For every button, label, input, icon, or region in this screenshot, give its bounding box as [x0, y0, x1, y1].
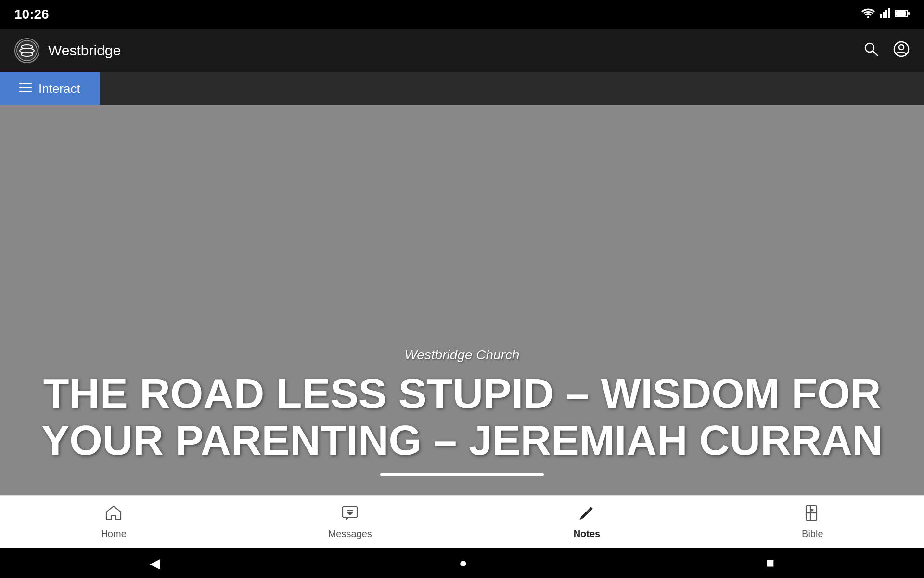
- home-label: Home: [101, 528, 126, 539]
- bible-icon: [804, 504, 821, 525]
- bottom-nav: Home Messages Notes: [0, 495, 924, 548]
- sermon-title: THE ROAD LESS STUPID – WISDOM FOR YOUR P…: [0, 370, 924, 464]
- svg-rect-17: [19, 87, 32, 88]
- home-icon: [105, 504, 122, 525]
- hamburger-icon: [19, 82, 32, 95]
- back-button[interactable]: ◀: [130, 551, 180, 576]
- bible-label: Bible: [802, 528, 823, 539]
- status-time: 10:26: [14, 7, 49, 22]
- main-content: Westbridge Church THE ROAD LESS STUPID –…: [0, 105, 924, 495]
- svg-rect-7: [908, 12, 910, 15]
- church-name: Westbridge Church: [0, 347, 924, 363]
- search-icon[interactable]: [863, 41, 879, 60]
- nav-item-messages[interactable]: Messages: [309, 499, 391, 544]
- svg-rect-4: [888, 8, 890, 18]
- nav-item-notes[interactable]: Notes: [554, 499, 620, 544]
- notes-icon: [578, 504, 595, 525]
- svg-rect-18: [19, 91, 32, 92]
- status-icons: [861, 8, 910, 21]
- scroll-indicator: [380, 473, 544, 476]
- svg-point-0: [867, 16, 869, 18]
- interact-tab-label: Interact: [38, 81, 80, 96]
- app-bar-left: Westbridge: [14, 38, 121, 63]
- svg-point-15: [899, 45, 904, 50]
- interact-tab[interactable]: Interact: [0, 72, 100, 105]
- signal-icon: [880, 8, 890, 21]
- status-bar: 10:26: [0, 0, 924, 29]
- notes-label: Notes: [574, 528, 601, 539]
- home-button[interactable]: ●: [440, 551, 487, 576]
- nav-tabs: Interact: [0, 72, 924, 105]
- svg-rect-2: [883, 12, 885, 18]
- svg-rect-3: [886, 10, 887, 18]
- app-bar: Westbridge: [0, 29, 924, 72]
- battery-icon: [895, 8, 910, 21]
- app-bar-right: [863, 41, 910, 61]
- messages-label: Messages: [328, 528, 372, 539]
- svg-rect-16: [19, 83, 32, 84]
- svg-rect-6: [896, 11, 906, 16]
- svg-point-12: [865, 43, 874, 52]
- messages-icon: [341, 504, 359, 525]
- svg-line-13: [873, 51, 878, 56]
- svg-rect-1: [880, 14, 882, 18]
- recent-button[interactable]: ■: [747, 551, 794, 576]
- nav-item-bible[interactable]: Bible: [783, 499, 842, 544]
- wifi-icon: [861, 8, 875, 21]
- svg-point-22: [349, 513, 350, 514]
- nav-item-home[interactable]: Home: [81, 499, 145, 544]
- app-logo: [14, 38, 39, 63]
- account-icon[interactable]: [893, 41, 910, 61]
- app-title: Westbridge: [48, 42, 121, 59]
- system-nav: ◀ ● ■: [0, 548, 924, 578]
